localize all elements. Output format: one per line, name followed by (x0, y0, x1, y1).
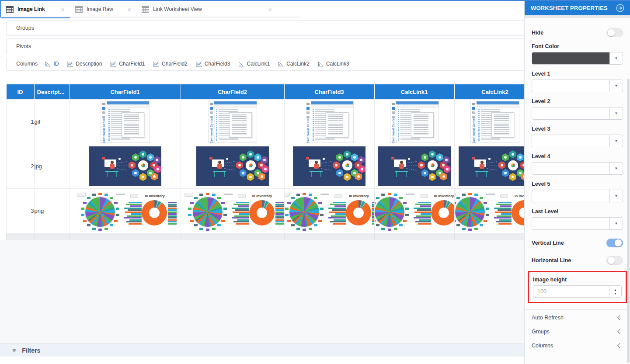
font-color-select[interactable]: ▼ (532, 52, 623, 65)
bar-label (128, 209, 142, 211)
section-columns[interactable]: Columns (532, 339, 623, 353)
mini-pie-chart (85, 197, 115, 227)
bar-label (275, 213, 284, 215)
chevron-down-icon[interactable]: ▼ (609, 135, 623, 147)
id-cell: 2 (7, 144, 35, 189)
bar-label (498, 202, 512, 203)
level-select-3[interactable]: ▼ (532, 135, 623, 147)
calc-field-icon (278, 61, 284, 67)
column-chip-description[interactable]: Description (66, 61, 102, 67)
bar-label (127, 215, 142, 217)
pie-label-chip (287, 220, 291, 222)
column-header-calclink2[interactable]: CalcLink2 (454, 84, 536, 100)
column-chip-charfield1[interactable]: CharField1 (110, 61, 145, 67)
close-icon[interactable]: × (126, 6, 132, 13)
bar-label (275, 202, 284, 203)
column-chip-id[interactable]: ID (45, 61, 59, 67)
pie-label-chip (484, 202, 487, 204)
worksheet-grid-icon (6, 6, 14, 13)
pie-label-chip (468, 193, 472, 195)
hide-toggle[interactable] (606, 28, 623, 37)
pie-label-chip (484, 220, 487, 222)
chevron-down-icon[interactable]: ▼ (609, 163, 623, 174)
mini-context-menu (491, 112, 514, 138)
level-select-4[interactable]: ▼ (532, 162, 623, 175)
section-groups[interactable]: Groups (532, 325, 623, 339)
image-cell: In Inventory (181, 189, 284, 233)
close-icon[interactable]: × (267, 6, 273, 13)
bar-label (494, 217, 512, 218)
chevron-down-icon[interactable]: ▼ (609, 218, 623, 229)
image-height-input[interactable] (533, 286, 609, 297)
chevron-down-icon[interactable]: ▼ (609, 107, 623, 119)
pie-label-chip (92, 194, 96, 196)
bar-label (414, 217, 431, 218)
column-header-charfield2[interactable]: CharField2 (181, 84, 284, 100)
hexagon (429, 173, 436, 181)
section-auto-refresh[interactable]: Auto Refresh (532, 311, 623, 325)
pie-label-chip (199, 228, 203, 230)
mini-titlebar (214, 101, 257, 104)
hexagon (509, 150, 516, 158)
vertical-line-toggle[interactable] (606, 239, 623, 247)
tab-image-raw[interactable]: Image Raw× (70, 1, 136, 17)
bar-label (275, 211, 284, 213)
bar-label (372, 219, 374, 221)
pie-label-chip (462, 194, 466, 196)
column-chip-calclink2[interactable]: CalcLink2 (278, 61, 310, 67)
chip-label: ID (53, 61, 59, 67)
level-select-6[interactable]: ▼ (532, 217, 623, 230)
bar-label (372, 213, 374, 215)
pie-label-chip (394, 194, 397, 196)
bar-label (168, 208, 177, 209)
column-chip-charfield2[interactable]: CharField2 (153, 61, 188, 67)
bar-label (168, 221, 177, 222)
chevron-down-icon[interactable]: ▼ (609, 80, 623, 92)
column-chip-charfield3[interactable]: CharField3 (195, 61, 230, 67)
spin-up-button[interactable]: ▲ (614, 288, 617, 291)
bar-label (129, 202, 142, 203)
level-select-1[interactable]: ▼ (532, 80, 623, 92)
hexagon (436, 153, 443, 161)
level-select-2[interactable]: ▼ (532, 107, 623, 120)
bar-label (372, 209, 374, 211)
pie-label-chip (223, 208, 227, 210)
column-header-charfield3[interactable]: CharField3 (284, 84, 374, 100)
pie-label-chip (405, 208, 409, 210)
chevron-down-icon[interactable]: ▼ (609, 190, 623, 202)
chip-label: CalcLink2 (286, 61, 310, 67)
mini-pie-chart (289, 197, 319, 227)
horizontal-line-toggle[interactable] (606, 256, 623, 265)
cell-image-gif: Command Center (305, 101, 354, 143)
column-header-calclink1[interactable]: CalcLink1 (374, 84, 454, 100)
column-chip-calclink1[interactable]: CalcLink1 (238, 61, 270, 67)
mini-searchbar (396, 104, 439, 108)
level-select-5[interactable]: ▼ (532, 190, 623, 202)
bar-label (234, 215, 249, 217)
column-header-charfield1[interactable]: CharField1 (70, 84, 181, 100)
chevron-down-icon[interactable]: ▼ (609, 52, 623, 64)
tab-image-link[interactable]: Image Link× (1, 1, 70, 17)
level-selectors: Level 1▼Level 2▼Level 3▼Level 4▼Level 5▼… (532, 71, 623, 230)
mini-titlebar (477, 101, 519, 104)
column-chip-calclink3[interactable]: CalcLink3 (317, 61, 349, 67)
selected-value (532, 135, 609, 147)
mini-donut-chart (431, 200, 454, 225)
bar-label (417, 209, 431, 211)
level-label: Level 5 (532, 181, 623, 187)
bar-label (331, 215, 346, 217)
spin-down-button[interactable]: ▼ (614, 292, 617, 295)
pie-label-chip (188, 214, 191, 216)
close-icon[interactable]: × (60, 6, 66, 13)
bar-label (275, 209, 284, 211)
column-header-descript[interactable]: Descript... (34, 84, 70, 100)
tab-link-worksheet-view[interactable]: Link Worksheet View× (136, 1, 277, 17)
column-header-id[interactable]: ID (7, 84, 35, 100)
hexagon (418, 161, 425, 169)
pie-label-chip (104, 228, 108, 230)
panel-scrollbar[interactable] (627, 79, 630, 363)
pie-label-chip (318, 202, 322, 204)
image-cell: Command Center (454, 100, 536, 144)
pie-label-chip (399, 224, 403, 226)
collapse-panel-arrow-icon[interactable] (616, 3, 625, 13)
